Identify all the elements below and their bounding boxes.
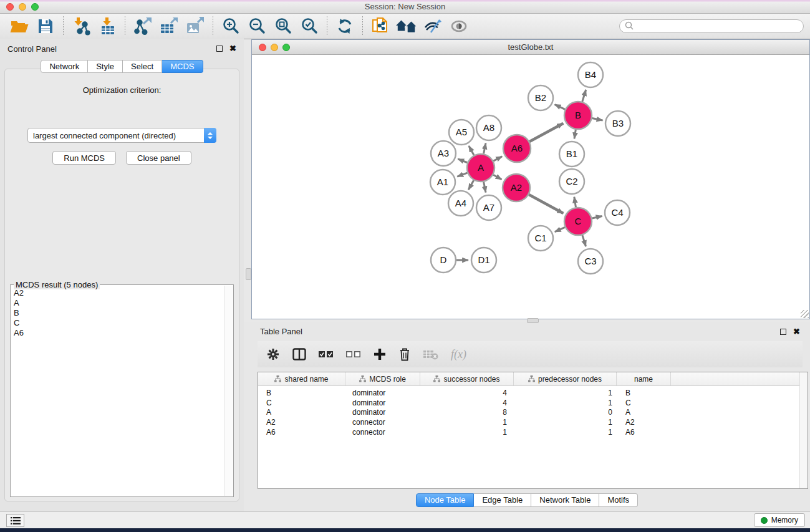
table-settings-icon[interactable] [266,347,280,361]
edge-C-C1[interactable] [555,227,565,231]
table-cell: A [617,408,671,418]
select-all-cells-icon[interactable] [319,350,334,359]
edge-A-A1[interactable] [457,173,467,177]
edge-A-A5[interactable] [469,146,474,155]
add-row-icon[interactable] [374,348,386,360]
table-row[interactable]: A2connector11A2 [258,417,808,427]
column-header-shared-name[interactable]: shared name [258,372,345,385]
session-title: Session: New Session [0,0,810,13]
table-scrollbar[interactable] [799,372,808,488]
table-row[interactable]: A6connector11A6 [258,427,808,437]
search-input[interactable] [637,21,803,32]
network-maximize-button[interactable] [282,44,290,51]
edge-B-B4[interactable] [582,90,586,102]
tab-network[interactable]: Network [41,60,88,73]
horizontal-splitter-handle[interactable] [527,318,539,323]
tab-motifs[interactable]: Motifs [599,493,638,507]
zoom-out-icon[interactable] [244,15,270,37]
result-scrollbar[interactable] [224,286,233,496]
tab-style[interactable]: Style [88,60,123,73]
network-close-button[interactable] [259,44,266,51]
result-item[interactable]: A [12,298,223,308]
table-cell: 8 [420,408,514,418]
table-cell: A6 [617,427,671,437]
attribute-type-icon [528,375,535,382]
new-network-from-selection-icon[interactable] [367,15,393,37]
result-item[interactable]: C [12,318,223,328]
table-row[interactable]: Cdominator41C [258,398,808,408]
network-minimize-button[interactable] [271,44,278,51]
tab-mcds[interactable]: MCDS [162,60,203,73]
result-item[interactable]: A2 [12,288,223,298]
graph-node-label-B2: B2 [535,92,546,103]
run-mcds-button[interactable]: Run MCDS [52,151,116,165]
table-cell: A2 [617,417,671,427]
dropdown-stepper-icon[interactable] [204,128,216,143]
edge-C-C4[interactable] [592,216,602,218]
edge-A2-C[interactable] [529,195,563,213]
import-table-icon[interactable] [94,15,120,37]
edge-C-C2[interactable] [574,197,576,208]
edge-B-B3[interactable] [592,118,603,120]
home-icon[interactable] [393,15,420,37]
export-image-icon[interactable] [182,15,208,37]
zoom-fit-icon[interactable] [270,15,296,37]
save-session-icon[interactable] [32,15,59,37]
optimization-criterion-select[interactable]: largest connected component (directed) [27,128,216,143]
edge-C-C3[interactable] [582,235,586,246]
refresh-icon[interactable] [332,15,358,37]
edge-A-A7[interactable] [484,182,486,193]
tab-edge-table[interactable]: Edge Table [474,493,531,507]
table-toolbar: f(x) [258,341,803,367]
edge-A6-B[interactable] [529,123,563,142]
birds-eye-view-icon[interactable] [446,15,472,37]
close-window-button[interactable] [6,3,14,11]
edge-A-A4[interactable] [468,180,474,190]
edge-A-A2[interactable] [493,175,501,180]
edge-A-A6[interactable] [493,157,502,161]
result-item[interactable]: A6 [12,328,223,338]
edge-B-B1[interactable] [574,130,576,139]
deselect-all-cells-icon[interactable] [346,350,361,359]
minimize-window-button[interactable] [19,3,26,11]
column-header-successor-nodes[interactable]: successor nodes [420,372,514,385]
show-column-icon[interactable] [292,348,306,360]
column-header-name[interactable]: name [617,372,671,385]
delete-row-icon[interactable] [398,347,411,361]
column-header-mcds-role[interactable]: MCDS role [345,372,420,385]
graph-node-label-A2: A2 [511,182,522,193]
column-header-predecessor-nodes[interactable]: predecessor nodes [514,372,617,385]
maximize-window-button[interactable] [31,3,39,11]
table-row[interactable]: Bdominator41B [258,388,808,398]
close-table-panel-icon[interactable]: ✖ [793,329,800,335]
edge-B-B2[interactable] [555,105,566,110]
open-session-icon[interactable] [6,15,32,37]
zoom-selected-icon[interactable] [296,15,322,37]
export-table-icon[interactable] [156,15,182,37]
zoom-in-icon[interactable] [218,15,244,37]
table-row[interactable]: Adominator80A [258,408,808,418]
tab-node-table[interactable]: Node Table [416,493,475,507]
show-hide-graphics-details-icon[interactable] [420,15,446,37]
result-item[interactable]: B [12,308,223,318]
export-network-icon[interactable] [130,15,156,37]
tab-network-table[interactable]: Network Table [531,493,599,507]
task-history-button[interactable] [6,514,24,527]
search-box[interactable] [619,19,804,33]
edge-A-A3[interactable] [458,159,467,163]
edge-A-A8[interactable] [484,143,486,153]
close-panel-button[interactable]: Close panel [126,151,191,165]
network-graph[interactable]: B4B2BB3B1A5A8A6A3AA1A2C2A4A7C4CC1C3DD1 [252,55,809,319]
close-panel-icon[interactable]: ✖ [229,46,236,52]
graph-node-label-C3: C3 [584,256,596,266]
tab-select[interactable]: Select [123,60,162,73]
float-table-panel-icon[interactable] [780,329,786,335]
float-panel-icon[interactable] [216,46,223,52]
column-label: successor nodes [443,375,499,384]
import-network-icon[interactable] [68,15,94,37]
vertical-splitter-handle[interactable] [246,268,251,280]
network-window-titlebar[interactable]: testGlobe.txt [252,40,809,55]
memory-button[interactable]: Memory [754,513,805,527]
resize-grip-icon[interactable] [801,310,809,318]
column-label: name [634,375,653,384]
